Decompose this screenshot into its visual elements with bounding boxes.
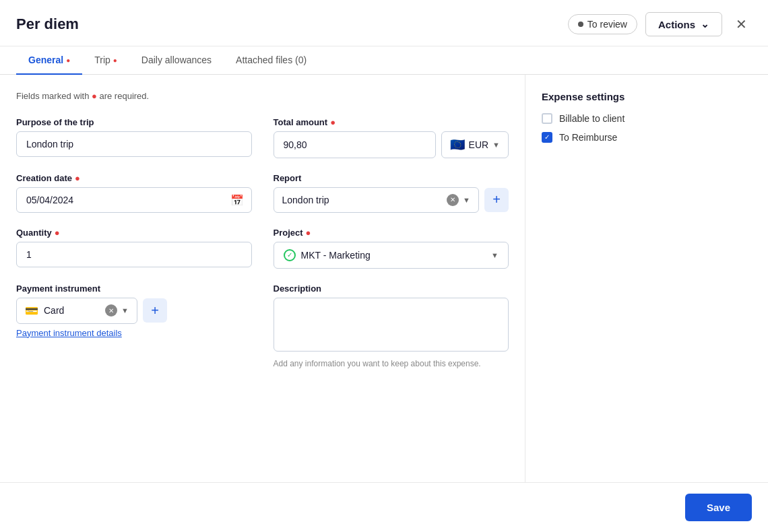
currency-row: 🇪🇺 EUR ▼ xyxy=(274,131,509,158)
tab-attached-files[interactable]: Attached files (0) xyxy=(224,46,319,75)
quantity-label: Quantity ● xyxy=(16,228,252,238)
payment-chevron-icon: ▼ xyxy=(121,306,129,314)
project-check-icon: ✓ xyxy=(284,249,296,261)
report-label: Report xyxy=(274,173,509,183)
eur-flag-icon: 🇪🇺 xyxy=(450,137,465,152)
main-content: Fields marked with ● are required. Purpo… xyxy=(0,75,768,483)
description-label: Description xyxy=(274,284,509,294)
tab-attached-files-label: Attached files (0) xyxy=(236,55,307,65)
status-dot xyxy=(578,22,583,27)
report-add-button[interactable]: + xyxy=(484,188,509,212)
report-controls: ✕ ▼ xyxy=(447,194,470,206)
project-label: Project ● xyxy=(274,228,509,238)
description-group: Description Add any information you want… xyxy=(274,284,509,370)
tab-general[interactable]: General● xyxy=(16,46,82,75)
creation-date-wrapper: 📅 xyxy=(16,187,252,213)
status-badge[interactable]: To review xyxy=(568,14,637,34)
chevron-down-icon: ⌄ xyxy=(701,18,709,30)
required-dot: ● xyxy=(92,91,99,101)
billable-checkbox[interactable] xyxy=(542,113,552,124)
report-select-inner: London trip xyxy=(282,195,329,205)
footer: Save xyxy=(0,482,768,532)
currency-select[interactable]: 🇪🇺 EUR ▼ xyxy=(441,131,509,158)
required-note: Fields marked with ● are required. xyxy=(16,91,509,101)
reimburse-label: To Reimburse xyxy=(559,132,617,143)
purpose-group: Purpose of the trip xyxy=(16,117,252,158)
total-amount-group: Total amount ● 🇪🇺 EUR ▼ xyxy=(274,117,509,158)
tab-daily-allowances[interactable]: Daily allowances xyxy=(129,46,224,75)
expense-settings-sidebar: Expense settings Billable to client ✓ To… xyxy=(525,75,741,483)
reimburse-checkbox[interactable]: ✓ xyxy=(542,132,552,143)
purpose-label: Purpose of the trip xyxy=(16,117,252,127)
creation-date-group: Creation date ● 📅 xyxy=(16,173,252,213)
status-label: To review xyxy=(587,19,627,30)
currency-label: EUR xyxy=(469,139,489,150)
total-amount-label: Total amount ● xyxy=(274,117,509,127)
purpose-input[interactable] xyxy=(16,131,252,157)
close-icon: ✕ xyxy=(736,16,747,32)
actions-button[interactable]: Actions ⌄ xyxy=(645,12,722,36)
save-button[interactable]: Save xyxy=(685,494,752,521)
description-textarea[interactable] xyxy=(274,298,509,352)
project-select[interactable]: ✓ MKT - Marketing ▼ xyxy=(274,242,509,269)
payment-add-button[interactable]: + xyxy=(143,298,167,323)
currency-chevron-icon: ▼ xyxy=(492,141,500,149)
creation-date-input[interactable] xyxy=(16,187,252,213)
payment-clear-icon[interactable]: ✕ xyxy=(105,304,117,317)
tabs-container: General● Trip● Daily allowances Attached… xyxy=(0,46,768,75)
quantity-group: Quantity ● xyxy=(16,228,252,269)
tab-general-required: ● xyxy=(66,57,70,64)
project-inner: ✓ MKT - Marketing xyxy=(284,249,371,261)
card-icon: 💳 xyxy=(25,304,38,317)
project-value: MKT - Marketing xyxy=(301,250,371,261)
payment-group: Payment instrument 💳 Card ✕ ▼ + xyxy=(16,284,252,370)
calendar-icon: 📅 xyxy=(230,193,244,206)
tab-trip-required: ● xyxy=(113,57,117,64)
report-select[interactable]: London trip ✕ ▼ xyxy=(274,187,480,213)
reimburse-row: ✓ To Reimburse xyxy=(542,132,725,143)
report-value: London trip xyxy=(282,195,329,205)
close-button[interactable]: ✕ xyxy=(730,13,752,35)
form-area: Fields marked with ● are required. Purpo… xyxy=(0,75,525,483)
billable-label: Billable to client xyxy=(559,113,625,124)
page-title: Per diem xyxy=(16,15,79,33)
report-group: Report London trip ✕ ▼ + xyxy=(274,173,509,213)
project-chevron-icon: ▼ xyxy=(491,251,499,259)
actions-label: Actions xyxy=(658,19,695,30)
tab-general-label: General xyxy=(28,55,63,65)
report-chevron-icon: ▼ xyxy=(463,196,470,204)
report-clear-icon[interactable]: ✕ xyxy=(447,194,459,206)
creation-date-label: Creation date ● xyxy=(16,173,252,183)
sidebar-title: Expense settings xyxy=(542,91,725,102)
quantity-input[interactable] xyxy=(16,242,252,267)
description-hint: Add any information you want to keep abo… xyxy=(274,358,509,370)
payment-select[interactable]: 💳 Card ✕ ▼ xyxy=(16,298,137,324)
payment-label: Payment instrument xyxy=(16,284,252,294)
tab-daily-allowances-label: Daily allowances xyxy=(141,55,212,65)
tab-trip-label: Trip xyxy=(94,55,110,65)
project-group: Project ● ✓ MKT - Marketing ▼ xyxy=(274,228,509,269)
header: Per diem To review Actions ⌄ ✕ xyxy=(0,0,768,46)
tab-trip[interactable]: Trip● xyxy=(82,46,129,75)
header-actions: To review Actions ⌄ ✕ xyxy=(568,12,752,36)
report-row: London trip ✕ ▼ + xyxy=(274,187,509,213)
total-amount-input[interactable] xyxy=(274,131,436,158)
payment-instrument-link[interactable]: Payment instrument details xyxy=(16,328,122,338)
payment-row: 💳 Card ✕ ▼ + xyxy=(16,298,252,324)
billable-row: Billable to client xyxy=(542,113,725,124)
payment-value: Card xyxy=(44,305,64,316)
form-grid: Purpose of the trip Total amount ● 🇪🇺 xyxy=(16,117,509,385)
